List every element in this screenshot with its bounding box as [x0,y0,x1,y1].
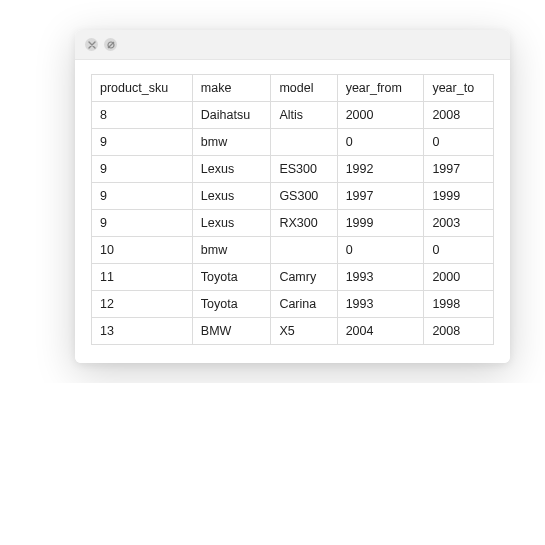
minimize-icon[interactable] [104,38,117,51]
cell-model: ES300 [271,156,337,183]
cell-product-sku: 9 [92,210,193,237]
cell-model [271,129,337,156]
cell-year-from: 1993 [337,264,424,291]
table-row: 11ToyotaCamry19932000 [92,264,494,291]
cell-year-to: 1997 [424,156,494,183]
cell-year-from: 1992 [337,156,424,183]
cell-make: Lexus [192,183,271,210]
cell-make: Toyota [192,264,271,291]
cell-product-sku: 9 [92,183,193,210]
close-icon[interactable] [85,38,98,51]
cell-year-to: 2008 [424,318,494,345]
cell-make: Lexus [192,210,271,237]
table-row: 9LexusRX30019992003 [92,210,494,237]
cell-product-sku: 10 [92,237,193,264]
cell-year-to: 0 [424,237,494,264]
col-model: model [271,75,337,102]
titlebar [75,30,510,60]
cell-year-to: 1999 [424,183,494,210]
app-window: product_sku make model year_from year_to… [75,30,510,363]
cell-make: Lexus [192,156,271,183]
table-header-row: product_sku make model year_from year_to [92,75,494,102]
cell-year-from: 2004 [337,318,424,345]
cell-year-to: 1998 [424,291,494,318]
cell-year-from: 0 [337,129,424,156]
cell-year-from: 1993 [337,291,424,318]
cell-model: X5 [271,318,337,345]
cell-make: bmw [192,237,271,264]
cell-product-sku: 12 [92,291,193,318]
cell-model [271,237,337,264]
cell-product-sku: 9 [92,156,193,183]
cell-year-from: 2000 [337,102,424,129]
cell-model: RX300 [271,210,337,237]
cell-year-to: 2000 [424,264,494,291]
table-row: 9bmw00 [92,129,494,156]
col-year-to: year_to [424,75,494,102]
table-row: 10bmw00 [92,237,494,264]
table-row: 13BMWX520042008 [92,318,494,345]
cell-product-sku: 13 [92,318,193,345]
col-make: make [192,75,271,102]
window-content: product_sku make model year_from year_to… [75,60,510,363]
cell-year-from: 1999 [337,210,424,237]
table-row: 12ToyotaCarina19931998 [92,291,494,318]
col-product-sku: product_sku [92,75,193,102]
col-year-from: year_from [337,75,424,102]
cell-year-to: 2008 [424,102,494,129]
cell-model: Altis [271,102,337,129]
cell-year-from: 1997 [337,183,424,210]
data-table: product_sku make model year_from year_to… [91,74,494,345]
cell-make: Daihatsu [192,102,271,129]
table-row: 9LexusGS30019971999 [92,183,494,210]
table-body: 8DaihatsuAltis20002008 9bmw00 9LexusES30… [92,102,494,345]
cell-product-sku: 8 [92,102,193,129]
cell-product-sku: 11 [92,264,193,291]
cell-model: Camry [271,264,337,291]
cell-year-to: 0 [424,129,494,156]
table-row: 8DaihatsuAltis20002008 [92,102,494,129]
cell-product-sku: 9 [92,129,193,156]
table-row: 9LexusES30019921997 [92,156,494,183]
cell-model: GS300 [271,183,337,210]
cell-model: Carina [271,291,337,318]
cell-make: Toyota [192,291,271,318]
cell-year-to: 2003 [424,210,494,237]
cell-year-from: 0 [337,237,424,264]
cell-make: BMW [192,318,271,345]
cell-make: bmw [192,129,271,156]
